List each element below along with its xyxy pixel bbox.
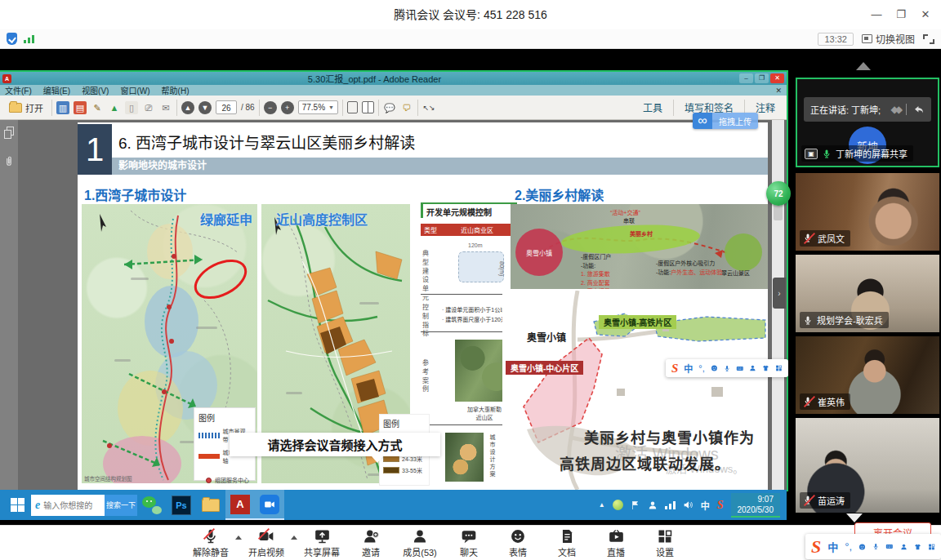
tray-expand-icon[interactable]: ▲ <box>599 501 605 509</box>
prev-page-icon[interactable]: ▲ <box>181 101 194 114</box>
members-button[interactable]: 成员(53) <box>395 528 444 558</box>
search-go-button[interactable]: 搜索一下 <box>105 495 137 516</box>
taskbar-photoshop[interactable]: Ps <box>167 490 196 520</box>
toolbox-icon[interactable] <box>928 541 935 553</box>
menu-window[interactable]: 窗口(W) <box>120 84 149 96</box>
participant-video[interactable]: 规划学会-耿宏兵 <box>796 255 939 332</box>
zoom-level-select[interactable]: 77.5%▼ <box>298 100 338 114</box>
document-close-icon[interactable]: ✕ <box>775 87 782 95</box>
share-screen-button[interactable]: 共享屏幕 <box>297 528 346 558</box>
open-button[interactable]: 打开 <box>5 99 47 117</box>
skin-icon[interactable] <box>914 541 921 553</box>
voice-input-icon[interactable] <box>724 364 730 373</box>
email-icon[interactable]: ✉ <box>159 101 172 114</box>
scroll-down-arrow[interactable] <box>846 513 863 522</box>
blank-page-icon[interactable]: ▯ <box>125 101 138 114</box>
adobe-titlebar[interactable]: A 5.30汇报_opt.pdf - Adobe Reader – ❐ ✕ <box>0 72 787 85</box>
emoji-icon[interactable] <box>858 541 866 553</box>
soft-keyboard-icon[interactable] <box>736 363 744 374</box>
punctuation-icon[interactable]: °, <box>845 540 852 553</box>
menu-view[interactable]: 视图(V) <box>82 84 109 96</box>
page-thumbnails-icon[interactable] <box>4 127 15 139</box>
input-person-icon[interactable] <box>749 363 756 373</box>
audio-options-caret[interactable] <box>235 536 242 540</box>
fullscreen-icon[interactable] <box>923 34 934 44</box>
skin-icon[interactable] <box>762 363 769 373</box>
map1-annotation: 绿廊延申 <box>200 209 252 229</box>
ime-mode-chinese[interactable]: 中 <box>684 362 693 375</box>
live-button[interactable]: 直播 <box>591 528 640 558</box>
participant-video[interactable]: 苗运涛 <box>796 418 939 513</box>
taskbar-tencent-meeting[interactable] <box>255 490 284 520</box>
video-options-caret[interactable] <box>291 536 297 540</box>
tray-security-icon[interactable] <box>613 500 623 510</box>
panel-expand-tab[interactable]: › <box>773 278 786 309</box>
taskbar-search-input[interactable]: e 输入你想搜的 <box>31 495 105 516</box>
attachments-paperclip-icon[interactable] <box>2 155 16 168</box>
voice-input-icon[interactable] <box>872 541 879 552</box>
input-person-icon[interactable] <box>900 541 908 553</box>
zoom-out-icon[interactable]: − <box>264 101 277 114</box>
emoji-icon[interactable] <box>711 363 718 373</box>
sogou-ime-bar-floating[interactable]: S 中 °, <box>666 359 788 377</box>
adobe-restore-button[interactable]: ❐ <box>755 73 769 83</box>
punctuation-icon[interactable]: °, <box>698 363 704 373</box>
tray-clock[interactable]: 9:07 2020/5/30 <box>731 493 781 518</box>
participant-video[interactable]: 武凤文 <box>796 173 939 251</box>
system-tray: ▲ 中 S 9:07 2020/5/30 <box>599 493 783 518</box>
adobe-close-button[interactable]: ✕ <box>770 73 784 83</box>
start-video-button[interactable]: 开启视频 <box>242 528 291 558</box>
settings-button[interactable]: 设置 <box>640 528 689 558</box>
scroll-up-arrow[interactable] <box>856 62 871 70</box>
convert-pdf-icon[interactable]: ▤ <box>74 101 87 114</box>
taskbar-explorer[interactable] <box>196 490 225 520</box>
protection-shield-icon[interactable] <box>7 33 17 45</box>
tray-flag-icon[interactable] <box>631 500 640 510</box>
page-total: / 86 <box>241 103 255 112</box>
next-page-icon[interactable]: ▼ <box>198 101 212 114</box>
sogou-ime-bar-bottom[interactable]: S 中 °, <box>805 534 941 559</box>
taskbar-wechat[interactable] <box>137 490 167 520</box>
tools-panel-button[interactable]: 工具 <box>636 100 669 114</box>
minimize-button[interactable]: — <box>864 0 889 29</box>
participant-video[interactable]: 崔英伟 <box>796 336 939 414</box>
taskbar-adobe-reader[interactable]: A <box>225 490 255 520</box>
start-button[interactable] <box>3 490 31 520</box>
invite-button[interactable]: 邀请 <box>346 528 395 558</box>
zoom-in-icon[interactable]: + <box>281 101 294 114</box>
ime-mode-chinese[interactable]: 中 <box>827 539 838 554</box>
two-page-view-icon[interactable] <box>362 101 374 113</box>
tray-volume-icon[interactable] <box>683 500 693 510</box>
tray-sogou-icon[interactable]: S <box>717 499 724 512</box>
docs-button[interactable]: 文档 <box>542 528 591 558</box>
chat-button[interactable]: 聊天 <box>444 528 493 558</box>
menu-file[interactable]: 文件(F) <box>5 84 32 96</box>
toolbox-icon[interactable] <box>775 363 783 373</box>
scroll-mode-icon[interactable] <box>347 101 358 113</box>
menu-edit[interactable]: 编辑(E) <box>43 84 70 96</box>
page-badge[interactable]: 72 <box>766 181 791 206</box>
highlight-icon[interactable]: 🗩 <box>400 101 413 114</box>
unmute-button[interactable]: 解除静音 <box>186 528 235 558</box>
close-button[interactable]: ✕ <box>913 0 938 29</box>
expand-toolbar-icon[interactable]: ↖↘ <box>422 101 435 114</box>
soft-keyboard-icon[interactable] <box>885 540 894 553</box>
restore-button[interactable]: ❐ <box>889 0 913 29</box>
sogou-logo-icon[interactable]: S <box>671 362 678 376</box>
save-icon[interactable]: ▥ <box>56 101 69 114</box>
menu-help[interactable]: 帮助(H) <box>162 84 190 96</box>
switch-view-button[interactable]: 切换视图 <box>862 32 915 46</box>
tray-person-icon[interactable] <box>648 500 658 510</box>
sogou-logo-icon[interactable]: S <box>811 536 821 558</box>
tray-ime-indicator[interactable]: 中 <box>701 499 710 512</box>
share-upload-icon[interactable]: ▲ <box>108 101 121 114</box>
page-number-input[interactable]: 26 <box>216 100 237 114</box>
tile-screen-share[interactable]: 正在讲话: 丁新坤; ◆◆ 新坤 ▣ 丁新坤的屏幕共享 <box>796 78 939 167</box>
adobe-minimize-button[interactable]: – <box>739 73 753 83</box>
reply-arrow-icon[interactable] <box>913 104 925 115</box>
print-icon[interactable]: ⎚ <box>142 101 155 114</box>
comment-bubble-icon[interactable]: 💬 <box>383 101 396 114</box>
tray-network-icon[interactable] <box>665 501 676 509</box>
sign-pen-icon[interactable]: ✎ <box>91 101 104 114</box>
emoji-button[interactable]: 表情 <box>493 528 542 558</box>
